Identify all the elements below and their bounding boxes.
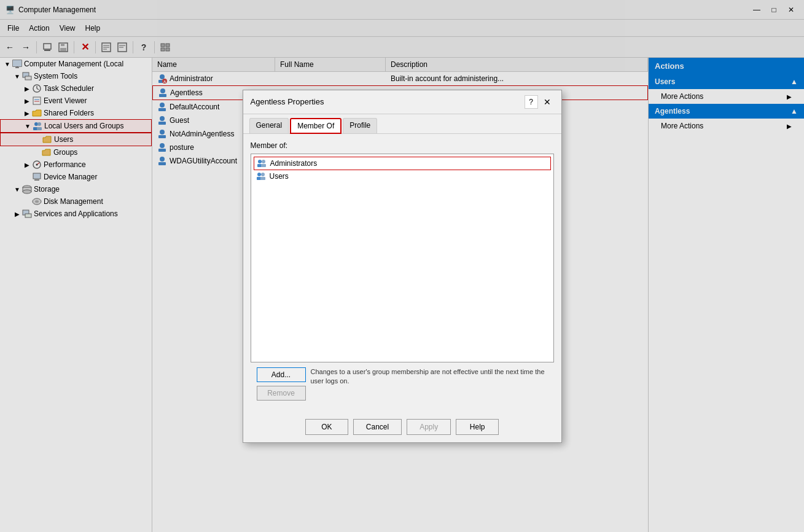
help-footer-button[interactable]: Help xyxy=(456,419,499,435)
svg-rect-65 xyxy=(257,177,261,180)
administrators-icon xyxy=(257,158,267,168)
svg-rect-62 xyxy=(261,164,266,167)
tab-general[interactable]: General xyxy=(249,118,289,133)
dialog-overlay: Agentless Properties ? ✕ General Member … xyxy=(0,0,804,532)
tab-content: Member of: Administrators User xyxy=(243,133,561,414)
dialog-help-button[interactable]: ? xyxy=(525,95,538,109)
dialog-footer: OK Cancel Apply Help xyxy=(243,414,561,442)
ok-button[interactable]: OK xyxy=(305,419,348,435)
dialog-titlebar: Agentless Properties ? ✕ xyxy=(243,90,561,114)
tab-general-label: General xyxy=(256,121,283,130)
svg-rect-66 xyxy=(260,177,265,180)
tab-profile-label: Profile xyxy=(349,121,370,130)
member-list[interactable]: Administrators Users xyxy=(251,154,554,362)
add-button[interactable]: Add... xyxy=(257,367,306,382)
users-group-icon xyxy=(256,171,266,181)
tab-member-of[interactable]: Member Of xyxy=(290,118,342,134)
member-of-content: Member of: Administrators User xyxy=(243,134,561,414)
users-label: Users xyxy=(270,172,289,181)
tab-bar: General Member Of Profile xyxy=(243,114,561,133)
administrators-label: Administrators xyxy=(270,159,318,168)
cancel-button[interactable]: Cancel xyxy=(353,419,402,435)
svg-point-64 xyxy=(261,173,265,176)
add-remove-buttons: Add... Remove xyxy=(257,367,306,401)
remove-button[interactable]: Remove xyxy=(257,386,306,401)
member-item-users[interactable]: Users xyxy=(254,170,551,182)
properties-dialog: Agentless Properties ? ✕ General Member … xyxy=(243,90,562,443)
dialog-controls: ? ✕ xyxy=(525,95,554,109)
dialog-title: Agentless Properties xyxy=(251,97,324,106)
member-item-administrators[interactable]: Administrators xyxy=(254,157,551,170)
apply-button[interactable]: Apply xyxy=(407,419,451,435)
member-of-label: Member of: xyxy=(251,141,554,150)
svg-point-60 xyxy=(262,160,265,163)
svg-point-63 xyxy=(257,173,261,176)
tab-profile[interactable]: Profile xyxy=(343,118,377,133)
svg-rect-61 xyxy=(257,164,262,167)
svg-point-59 xyxy=(258,160,262,163)
dialog-btn-area: Add... Remove Changes to a user's group … xyxy=(251,362,554,407)
tab-member-of-label: Member Of xyxy=(297,122,334,130)
change-note: Changes to a user's group membership are… xyxy=(311,367,548,386)
dialog-close-button[interactable]: ✕ xyxy=(541,95,554,109)
